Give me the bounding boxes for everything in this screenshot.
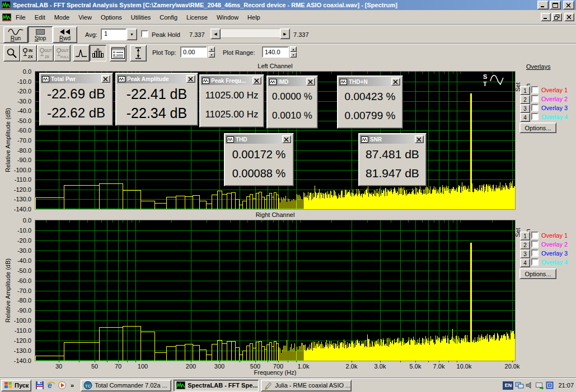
meter-titlebar[interactable]: THD <box>226 135 292 144</box>
meter-value: 0.00172 % <box>224 145 293 164</box>
network-icon[interactable] <box>515 381 524 390</box>
right-overlay-1-on-checkbox[interactable] <box>531 232 538 239</box>
quick-launch-more-chevron[interactable]: » <box>71 382 74 389</box>
bar-display-button[interactable] <box>90 45 106 62</box>
left-overlay-2-on-checkbox[interactable] <box>531 95 538 102</box>
plot-range-input[interactable] <box>262 46 289 58</box>
plot-range-spinner[interactable]: ▲▼ <box>290 46 297 58</box>
stop-button[interactable]: Stop <box>28 26 53 43</box>
offset-scrollbar[interactable]: ◀ ▶ <box>210 29 290 38</box>
display-options-button[interactable] <box>110 45 127 62</box>
right-overlay-4-set-button[interactable]: 4 <box>520 258 530 267</box>
right-overlay-3-set-button[interactable]: 3 <box>520 249 530 258</box>
left-overlay-2-set-button[interactable]: 2 <box>520 95 530 104</box>
chevron-down-icon[interactable]: ▼ <box>127 29 137 40</box>
left-overlay-4-set-button[interactable]: 4 <box>520 113 530 122</box>
menu-mode[interactable]: Mode <box>50 12 74 22</box>
meter-titlebar[interactable]: IMD <box>268 77 316 86</box>
mdi-close-button[interactable] <box>564 13 574 21</box>
right-overlay-2-set-button[interactable]: 2 <box>520 240 530 249</box>
zoom-out-full-button[interactable]: OUTFULL <box>54 45 71 62</box>
updates-icon[interactable] <box>545 381 554 390</box>
meter-values: -22.69 dB-22.62 dB <box>40 84 113 122</box>
peak-hold-checkbox[interactable] <box>141 30 148 37</box>
menu-edit[interactable]: Edit <box>30 12 50 22</box>
close-icon[interactable] <box>101 75 110 83</box>
zoom-out-2x-button[interactable]: OUT2X <box>37 45 54 62</box>
meter-value: -22.62 dB <box>40 103 113 122</box>
spinner-up-icon[interactable]: ▲ <box>290 46 297 52</box>
media-player-icon[interactable] <box>57 380 67 390</box>
right-overlay-2-on-checkbox[interactable] <box>531 240 538 248</box>
menu-license[interactable]: License <box>182 12 212 22</box>
zoom-in-2x-button[interactable]: IN2X <box>20 45 37 62</box>
zoom-button[interactable] <box>3 45 20 62</box>
close-icon[interactable] <box>306 78 315 86</box>
meter-imd: IMD0.0000 %0.0010 % <box>266 75 318 129</box>
language-indicator[interactable]: EN <box>503 381 513 390</box>
left-overlay-1-set-button[interactable]: 1 <box>520 86 530 95</box>
volume-icon[interactable] <box>525 381 534 390</box>
mdi-restore-button[interactable] <box>552 13 562 21</box>
scroll-right-arrow-icon[interactable]: ▶ <box>280 29 290 39</box>
avg-combobox[interactable]: 1 ▼ <box>101 29 137 40</box>
meter-titlebar[interactable]: SNR <box>360 135 425 144</box>
scroll-value-left: 7.337 <box>189 31 205 39</box>
run-button[interactable]: Run <box>3 26 28 43</box>
start-button[interactable]: Пуск <box>1 380 31 391</box>
vertical-range-button[interactable] <box>130 45 147 62</box>
close-icon[interactable] <box>415 135 424 143</box>
rewind-button[interactable]: Rwd <box>53 26 77 43</box>
left-overlay-3-set-button[interactable]: 3 <box>520 104 530 113</box>
menu-config[interactable]: Config <box>155 12 182 22</box>
peak-curve-button[interactable] <box>73 45 90 62</box>
taskbar-task-2[interactable]: SpectraLAB - FFT Spe... <box>174 380 259 391</box>
menu-options[interactable]: Options <box>96 12 127 22</box>
device-icon[interactable] <box>535 381 544 390</box>
menu-view[interactable]: View <box>74 12 96 22</box>
right-overlays-options-button[interactable]: Options... <box>519 268 556 279</box>
meter-peak-frequ: Peak Frequ...11025.00 Hz11025.00 Hz <box>199 74 264 127</box>
meter-titlebar[interactable]: Peak Amplitude <box>117 74 196 83</box>
minimize-button[interactable] <box>537 1 549 10</box>
spinner-down-icon[interactable]: ▼ <box>208 52 215 58</box>
meter-titlebar[interactable]: Total Pwr <box>41 74 111 83</box>
close-icon[interactable] <box>186 75 195 83</box>
plot-top-input[interactable] <box>180 46 207 58</box>
taskbar-task-1[interactable]: TCTotal Commander 7.02a ... <box>81 380 171 391</box>
scroll-left-arrow-icon[interactable]: ◀ <box>210 29 221 39</box>
close-button[interactable] <box>563 1 574 10</box>
plot-top-spinner[interactable]: ▲▼ <box>208 46 215 58</box>
menu-utilities[interactable]: Utilities <box>127 12 155 22</box>
right-overlay-3-on-checkbox[interactable] <box>531 249 538 257</box>
close-icon[interactable] <box>252 77 261 84</box>
run-sine-icon <box>8 28 24 35</box>
meter-title-text: Peak Amplitude <box>127 76 185 82</box>
menu-window[interactable]: Window <box>212 12 243 22</box>
plot-top-label: Plot Top: <box>152 49 176 56</box>
mdi-minimize-button[interactable] <box>541 13 551 21</box>
left-overlay-1-on-checkbox[interactable] <box>531 86 538 93</box>
close-icon[interactable] <box>282 135 291 143</box>
taskbar-task-3[interactable]: Julia - RME coaxial ASIO ... <box>261 380 352 391</box>
menu-file[interactable]: File <box>11 12 30 22</box>
right-y-tick: -120.0 <box>8 337 31 344</box>
meter-titlebar[interactable]: THD+N <box>339 77 401 86</box>
menu-help[interactable]: Help <box>243 12 265 22</box>
close-icon[interactable] <box>391 78 400 86</box>
floppy-icon[interactable] <box>35 380 45 390</box>
ie-icon[interactable]: e <box>46 380 56 390</box>
right-overlay-4-on-checkbox[interactable] <box>531 258 538 266</box>
maximize-button[interactable] <box>550 1 561 10</box>
right-overlay-1-set-button[interactable]: 1 <box>520 232 530 240</box>
spinner-up-icon[interactable]: ▲ <box>208 46 215 52</box>
meter-titlebar[interactable]: Peak Frequ... <box>201 76 263 85</box>
titlebar[interactable]: SpectraLAB - FFT Spectral Analysis Syste… <box>0 0 576 10</box>
mic-in-2x-icon: IN2X <box>22 47 36 60</box>
right-y-tick: -130.0 <box>8 347 31 354</box>
left-overlays-options-button[interactable]: Options... <box>519 122 556 133</box>
left-overlay-4-on-checkbox[interactable] <box>531 113 538 120</box>
scroll-track[interactable] <box>221 29 280 38</box>
left-overlay-3-on-checkbox[interactable] <box>531 104 538 111</box>
spinner-down-icon[interactable]: ▼ <box>290 52 297 58</box>
